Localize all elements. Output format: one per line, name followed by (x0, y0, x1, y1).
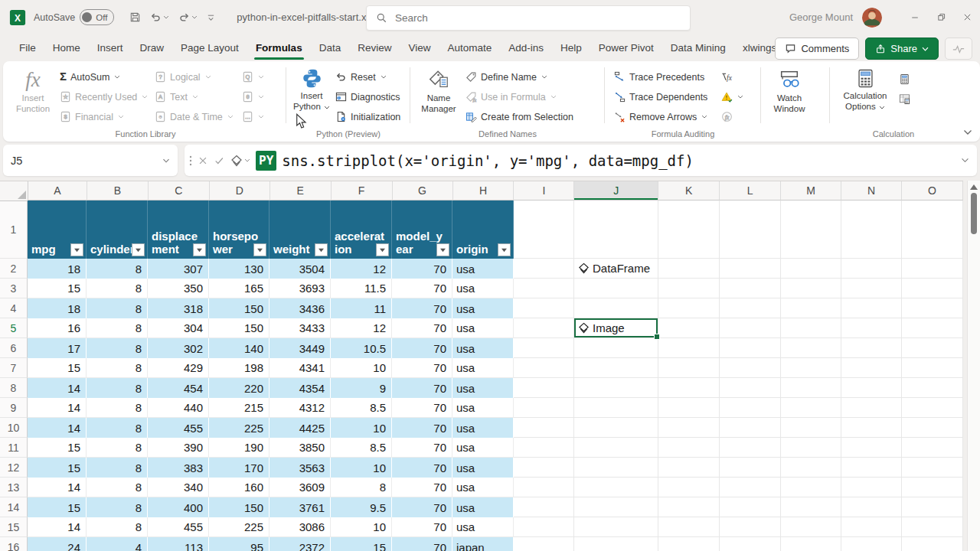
cell-L10[interactable] (720, 418, 781, 438)
cell-F14[interactable]: 9.5 (331, 497, 392, 517)
excel-logo-icon[interactable]: X (9, 9, 26, 26)
cell-C6[interactable]: 302 (148, 338, 209, 358)
row-header-6[interactable]: 6 (0, 338, 28, 358)
collapse-ribbon-icon[interactable] (963, 129, 972, 135)
cell-D2[interactable]: 130 (209, 259, 270, 279)
cell-K12[interactable] (658, 458, 720, 478)
cell-O12[interactable] (902, 458, 963, 478)
cell-F2[interactable]: 12 (331, 259, 392, 279)
lookup-reference-button[interactable]: Q (239, 67, 270, 86)
cell-G16[interactable]: 70 (392, 537, 452, 551)
initialization-button[interactable]: Initialization (332, 107, 403, 126)
cell-N5[interactable] (841, 318, 902, 338)
cell-H7[interactable]: usa (452, 358, 514, 378)
cell-M1[interactable] (781, 201, 841, 259)
cell-C11[interactable]: 390 (148, 438, 209, 458)
cell-M12[interactable] (781, 458, 841, 478)
comments-button[interactable]: Comments (775, 37, 859, 60)
formula-bar[interactable]: PY sns.stripplot(x='origin', y='mpg', da… (185, 145, 977, 176)
cell-M16[interactable] (781, 537, 841, 551)
undo-icon[interactable] (147, 8, 172, 26)
cell-J4[interactable] (574, 298, 658, 318)
quick-access-overflow-icon[interactable] (204, 10, 218, 24)
cell-K3[interactable] (658, 279, 720, 298)
use-in-formula-button[interactable]: fxUse in Formula (462, 87, 577, 106)
evaluate-formula-button[interactable]: fx (718, 107, 747, 126)
cell-D3[interactable]: 165 (209, 279, 270, 298)
cell-J1[interactable] (574, 201, 658, 259)
filter-button[interactable] (70, 243, 83, 256)
cell-I15[interactable] (514, 517, 574, 537)
cell-I11[interactable] (514, 438, 574, 458)
row-header-3[interactable]: 3 (0, 279, 28, 298)
cell-L15[interactable] (720, 517, 781, 537)
cell-O15[interactable] (902, 517, 963, 537)
cell-K15[interactable] (658, 517, 720, 537)
cell-M7[interactable] (781, 358, 841, 378)
cell-H15[interactable]: usa (452, 517, 514, 537)
cell-N14[interactable] (841, 497, 902, 517)
cell-D1[interactable]: horsepo wer (209, 201, 270, 259)
tab-power-pivot[interactable]: Power Pivot (590, 36, 662, 60)
cell-A9[interactable]: 14 (28, 398, 87, 418)
search-input[interactable] (394, 11, 681, 24)
cell-L12[interactable] (720, 458, 781, 478)
cell-E13[interactable]: 3609 (270, 478, 331, 497)
cell-H1[interactable]: origin (452, 201, 514, 259)
cell-C12[interactable]: 383 (148, 458, 209, 478)
cell-G11[interactable]: 70 (392, 438, 452, 458)
cell-N10[interactable] (841, 418, 902, 438)
cell-M13[interactable] (781, 478, 841, 497)
cell-F7[interactable]: 10 (331, 358, 392, 378)
calculate-sheet-button[interactable] (896, 90, 913, 109)
cell-L5[interactable] (720, 318, 781, 338)
cell-G9[interactable]: 70 (392, 398, 452, 418)
cell-N16[interactable] (841, 537, 902, 551)
row-header-8[interactable]: 8 (0, 378, 28, 398)
search-box[interactable] (366, 5, 691, 31)
cell-H10[interactable]: usa (452, 418, 514, 438)
cell-F16[interactable]: 15 (331, 537, 392, 551)
column-header-O[interactable]: O (902, 181, 963, 201)
cell-B7[interactable]: 8 (87, 358, 148, 378)
cell-J13[interactable] (574, 478, 658, 497)
logical-button[interactable]: ?Logical (152, 67, 237, 86)
cell-F6[interactable]: 10.5 (331, 338, 392, 358)
cell-G1[interactable]: model_y ear (392, 201, 452, 259)
cell-M14[interactable] (781, 497, 841, 517)
cell-C14[interactable]: 400 (148, 497, 209, 517)
cell-E12[interactable]: 3563 (270, 458, 331, 478)
cell-I14[interactable] (514, 497, 574, 517)
cell-B1[interactable]: cylinders (87, 201, 148, 259)
cell-O10[interactable] (902, 418, 963, 438)
cell-M2[interactable] (781, 259, 841, 279)
column-header-B[interactable]: B (87, 181, 149, 201)
math-trig-button[interactable]: θ (239, 87, 270, 106)
cell-G4[interactable]: 70 (392, 298, 452, 318)
tab-help[interactable]: Help (552, 36, 590, 60)
cell-O16[interactable] (902, 537, 963, 551)
filter-button[interactable] (253, 243, 266, 256)
cell-K13[interactable] (658, 478, 720, 497)
cell-L16[interactable] (720, 537, 781, 551)
cell-C13[interactable]: 340 (148, 478, 209, 497)
more-functions-button[interactable]: … (239, 107, 270, 126)
diagnostics-button[interactable]: Diagnostics (332, 87, 403, 106)
column-header-K[interactable]: K (658, 181, 720, 201)
date-time-button[interactable]: ◔Date & Time (152, 107, 237, 126)
create-from-selection-button[interactable]: Create from Selection (462, 107, 577, 126)
column-header-H[interactable]: H (453, 181, 514, 201)
cell-C2[interactable]: 307 (148, 259, 209, 279)
column-header-N[interactable]: N (841, 181, 902, 201)
user-avatar[interactable] (862, 8, 882, 28)
column-header-M[interactable]: M (781, 181, 841, 201)
cell-M10[interactable] (781, 418, 841, 438)
cell-C4[interactable]: 318 (148, 298, 209, 318)
calculate-now-button[interactable] (896, 70, 913, 89)
cell-I8[interactable] (514, 378, 574, 398)
cell-D16[interactable]: 95 (209, 537, 270, 551)
cell-F9[interactable]: 8.5 (331, 398, 392, 418)
filter-button[interactable] (193, 243, 206, 256)
cell-J9[interactable] (574, 398, 658, 418)
cell-D9[interactable]: 215 (209, 398, 270, 418)
